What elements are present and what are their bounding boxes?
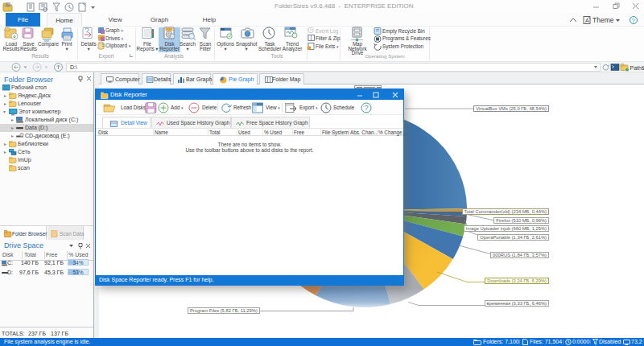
svg-text:?: ? [632, 17, 635, 24]
svg-text:Theme: Theme [592, 16, 614, 24]
svg-text:?: ? [365, 104, 369, 112]
svg-text:Paths: Paths [630, 65, 644, 71]
svg-text:A: A [585, 18, 589, 23]
